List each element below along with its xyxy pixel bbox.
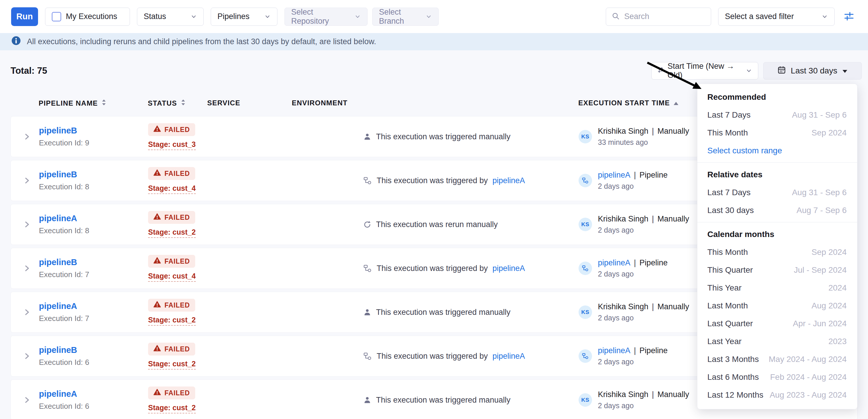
expand-chevron-icon[interactable] xyxy=(23,133,31,140)
column-header-service: SERVICE xyxy=(207,99,240,107)
date-range-button[interactable]: Last 30 days xyxy=(763,62,862,79)
date-option[interactable]: Last 7 Days Aug 31 - Sep 6 xyxy=(698,106,857,124)
status-label: FAILED xyxy=(164,345,190,353)
date-option-label: Last 7 Days xyxy=(707,110,751,120)
pipeline-name-link[interactable]: pipelineB xyxy=(39,170,77,179)
run-button[interactable]: Run xyxy=(11,7,38,26)
sort-select-label: Start Time (New → Old) xyxy=(668,62,742,80)
date-option-range: 2024 xyxy=(829,283,847,293)
pipeline-name-link[interactable]: pipelineB xyxy=(39,257,77,267)
saved-filter-select[interactable]: Select a saved filter xyxy=(718,8,835,26)
pipeline-name-link[interactable]: pipelineB xyxy=(39,126,77,135)
user-avatar: KS xyxy=(579,305,592,319)
pipeline-name-link[interactable]: pipelineA xyxy=(39,389,77,398)
failed-stage-link[interactable]: Stage: cust_4 xyxy=(148,184,196,194)
chevron-down-icon xyxy=(426,13,432,20)
column-header-execution-start-time[interactable]: EXECUTION START TIME xyxy=(578,99,679,107)
chevron-down-icon xyxy=(190,13,197,20)
status-label: FAILED xyxy=(164,126,190,134)
calendar-icon xyxy=(777,66,786,76)
date-option-label: This Month xyxy=(707,128,748,137)
pipeline-name-link[interactable]: pipelineB xyxy=(39,345,77,355)
trigger-pipeline-link[interactable]: pipelineA xyxy=(493,352,525,361)
column-label: EXECUTION START TIME xyxy=(578,99,670,107)
failed-stage-link[interactable]: Stage: cust_2 xyxy=(148,404,196,413)
column-header-status[interactable]: STATUS xyxy=(148,99,186,108)
trigger-pipeline-link[interactable]: pipelineA xyxy=(493,176,525,185)
execution-id: Execution Id: 9 xyxy=(39,138,89,148)
top-toolbar: Run My Executions Status Pipelines Selec… xyxy=(0,0,868,33)
date-option[interactable]: Last 6 Months Feb 2024 - Aug 2024 xyxy=(698,368,857,386)
trigger-pipeline-link[interactable]: pipelineA xyxy=(493,264,525,273)
failed-stage-link[interactable]: Stage: cust_2 xyxy=(148,228,196,238)
date-option[interactable]: Last Month Aug 2024 xyxy=(698,297,857,315)
column-label: PIPELINE NAME xyxy=(39,99,98,107)
warning-triangle-icon xyxy=(153,125,161,134)
sort-select[interactable]: Start Time (New → Old) xyxy=(651,62,758,79)
my-executions-checkbox[interactable] xyxy=(52,12,61,21)
failed-stage-link[interactable]: Stage: cust_3 xyxy=(148,140,196,150)
starter-pipeline-link[interactable]: pipelineA xyxy=(598,170,630,180)
warning-triangle-icon xyxy=(153,213,161,222)
execution-time-ago: 2 days ago xyxy=(598,314,689,322)
date-option-label: Select custom range xyxy=(707,146,782,155)
starter-name: Krishika Singh xyxy=(598,390,649,399)
menu-divider xyxy=(698,162,857,163)
sort-updown-icon xyxy=(181,99,186,108)
my-executions-toggle[interactable]: My Executions xyxy=(45,8,130,26)
search-box[interactable] xyxy=(606,8,711,26)
expand-chevron-icon[interactable] xyxy=(23,177,31,184)
expand-chevron-icon[interactable] xyxy=(23,309,31,316)
date-option[interactable]: Select custom range xyxy=(698,141,857,159)
starter-pipeline-link[interactable]: pipelineA xyxy=(598,258,630,267)
pipeline-name-link[interactable]: pipelineA xyxy=(39,214,77,223)
date-option[interactable]: This Month Sep 2024 xyxy=(698,124,857,141)
rerun-icon xyxy=(363,220,371,228)
date-option-label: This Month xyxy=(707,248,748,257)
expand-chevron-icon[interactable] xyxy=(23,396,31,404)
select-repository-select[interactable]: Select Repository xyxy=(284,8,368,26)
status-label: FAILED xyxy=(164,389,190,397)
starter-pipeline-link[interactable]: pipelineA xyxy=(598,346,630,355)
date-option[interactable]: Last 30 days Aug 7 - Sep 6 xyxy=(698,201,857,219)
date-option[interactable]: Last Year 2023 xyxy=(698,332,857,350)
date-option-range: Sep 2024 xyxy=(811,248,847,257)
pipeline-avatar-icon xyxy=(579,349,592,363)
pipeline-name-link[interactable]: pipelineA xyxy=(39,301,77,311)
date-option[interactable]: This Quarter Jul - Sep 2024 xyxy=(698,261,857,279)
date-option[interactable]: Last 7 Days Aug 31 - Sep 6 xyxy=(698,184,857,201)
column-header-pipeline-name[interactable]: PIPELINE NAME xyxy=(39,99,106,108)
status-filter-select[interactable]: Status xyxy=(137,8,204,26)
user-icon xyxy=(363,396,371,404)
execution-time-ago: 2 days ago xyxy=(598,270,668,278)
pipelines-filter-select[interactable]: Pipelines xyxy=(211,8,277,26)
date-option-range: Feb 2024 - Aug 2024 xyxy=(770,373,847,382)
failed-stage-link[interactable]: Stage: cust_2 xyxy=(148,316,196,326)
status-badge: FAILED xyxy=(148,255,195,268)
expand-chevron-icon[interactable] xyxy=(23,221,31,228)
execution-id: Execution Id: 7 xyxy=(39,270,89,279)
saved-filter-label: Select a saved filter xyxy=(725,12,794,21)
filter-settings-button[interactable] xyxy=(842,9,856,24)
date-option-label: Last 7 Days xyxy=(707,188,751,197)
column-label: SERVICE xyxy=(207,99,240,107)
date-option[interactable]: Last Quarter Apr - Jun 2024 xyxy=(698,315,857,332)
expand-chevron-icon[interactable] xyxy=(23,264,31,272)
expand-chevron-icon[interactable] xyxy=(23,352,31,360)
failed-stage-link[interactable]: Stage: cust_2 xyxy=(148,360,196,369)
select-branch-select[interactable]: Select Branch xyxy=(372,8,439,26)
user-avatar: KS xyxy=(579,393,592,407)
select-branch-label: Select Branch xyxy=(379,8,421,26)
date-range-label: Last 30 days xyxy=(791,66,837,75)
date-option[interactable]: This Month Sep 2024 xyxy=(698,243,857,261)
date-option[interactable]: Last 12 Months Aug 2023 - Aug 2024 xyxy=(698,386,857,404)
date-option[interactable]: This Year 2024 xyxy=(698,279,857,297)
search-input[interactable] xyxy=(624,12,706,21)
failed-stage-link[interactable]: Stage: cust_4 xyxy=(148,272,196,282)
starter-line: Krishika Singh|Manually xyxy=(598,390,689,399)
status-badge: FAILED xyxy=(148,299,195,312)
date-option-label: Last 30 days xyxy=(707,206,754,215)
date-option[interactable]: Last 3 Months May 2024 - Aug 2024 xyxy=(698,350,857,368)
date-option-range: May 2024 - Aug 2024 xyxy=(769,355,847,364)
trigger-pipeline-icon xyxy=(363,264,372,273)
